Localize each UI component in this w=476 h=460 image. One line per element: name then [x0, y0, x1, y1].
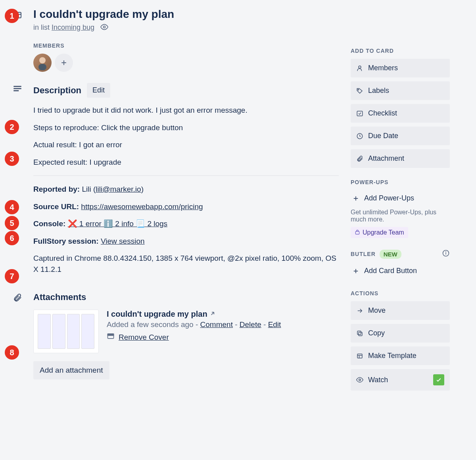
- actions-label: ACTIONS: [351, 290, 450, 296]
- watch-icon: [100, 23, 108, 33]
- member-avatar[interactable]: [33, 54, 52, 72]
- info-icon[interactable]: [442, 249, 450, 259]
- attachment-thumbnail[interactable]: [33, 310, 99, 353]
- captured-info: Captured in Chrome 88.0.4324.150, 1385 x…: [33, 253, 339, 275]
- list-link[interactable]: Incoming bug: [52, 23, 94, 31]
- svg-point-29: [359, 379, 361, 381]
- fullstory-row: FullStory session: View session: [33, 236, 339, 247]
- description-line: Actual result: I got an error: [33, 139, 339, 150]
- svg-point-13: [358, 89, 359, 90]
- add-card-button-link[interactable]: Add Card Button: [351, 263, 450, 279]
- annotation-3: 3: [5, 152, 19, 166]
- annotation-4: 4: [5, 200, 19, 214]
- svg-point-2: [104, 26, 106, 28]
- add-to-card-label: ADD TO CARD: [351, 48, 450, 54]
- watch-check-icon: [433, 374, 444, 385]
- svg-point-3: [39, 57, 46, 64]
- move-button[interactable]: Move: [351, 301, 450, 320]
- svg-rect-18: [355, 231, 359, 234]
- description-line: Steps to reproduce: Click the upgrade bu…: [33, 122, 339, 133]
- description-line: Expected result: I upgrade: [33, 157, 339, 168]
- attachment-item[interactable]: I couldn't upgrade my plan Added a few s…: [33, 310, 339, 353]
- add-attachment-button[interactable]: Add an attachment: [33, 361, 109, 379]
- sidebar-checklist-button[interactable]: Checklist: [351, 104, 450, 123]
- make-template-button[interactable]: Make Template: [351, 346, 450, 365]
- svg-rect-14: [357, 111, 363, 116]
- powerups-note: Get unlimited Power-Ups, plus much more.: [351, 209, 450, 223]
- description-heading: Description: [33, 85, 81, 96]
- attachment-icon: [13, 293, 22, 379]
- fullstory-link[interactable]: View session: [101, 237, 145, 245]
- attachment-comment[interactable]: Comment: [200, 320, 233, 329]
- remove-cover-link[interactable]: Remove Cover: [119, 333, 169, 342]
- reported-by: Reported by: Lili (lili@marker.io): [33, 184, 339, 195]
- svg-rect-4: [38, 64, 46, 70]
- butler-label: BUTLER: [351, 251, 376, 257]
- cover-icon: [107, 332, 115, 342]
- annotation-8: 8: [5, 345, 19, 360]
- sidebar-attachment-button[interactable]: Attachment: [351, 149, 450, 168]
- annotation-2: 2: [5, 120, 19, 134]
- copy-button[interactable]: Copy: [351, 324, 450, 343]
- reporter-email-link[interactable]: lili@marker.io: [96, 185, 141, 193]
- svg-rect-24: [359, 332, 362, 336]
- annotation-6: 6: [5, 231, 19, 245]
- card-list-location: in list Incoming bug: [33, 23, 174, 33]
- watch-button[interactable]: Watch: [351, 369, 450, 391]
- source-url-link[interactable]: https://awesomewebapp.com/pricing: [81, 202, 203, 211]
- add-powerups-link[interactable]: Add Power-Ups: [351, 190, 450, 206]
- annotation-7: 7: [5, 269, 19, 283]
- members-label: MEMBERS: [33, 42, 339, 49]
- console-link[interactable]: ❌ 1 error ℹ️ 2 info 📃 2 logs: [68, 219, 168, 228]
- svg-rect-26: [357, 354, 362, 358]
- new-badge: NEW: [380, 250, 401, 259]
- annotation-1: 1: [5, 9, 19, 23]
- svg-point-21: [446, 252, 446, 252]
- svg-rect-8: [13, 88, 21, 89]
- annotation-5: 5: [5, 216, 19, 230]
- powerups-label: POWER-UPS: [351, 179, 450, 185]
- attachment-edit[interactable]: Edit: [268, 320, 281, 329]
- sidebar-members-button[interactable]: Members: [351, 59, 450, 77]
- attachment-delete[interactable]: Delete: [240, 320, 261, 329]
- svg-rect-11: [108, 334, 114, 336]
- card-title: I couldn't upgrade my plan: [33, 8, 174, 21]
- svg-rect-7: [13, 86, 21, 87]
- edit-description-button[interactable]: Edit: [87, 83, 110, 98]
- description-line: I tried to upgrade but it did not work. …: [33, 105, 339, 116]
- description-icon: [12, 84, 23, 281]
- svg-rect-9: [13, 90, 19, 91]
- sidebar-duedate-button[interactable]: Due Date: [351, 127, 450, 145]
- add-member-button[interactable]: [55, 54, 73, 72]
- attachments-heading: Attachments: [33, 292, 339, 302]
- svg-rect-25: [357, 331, 361, 335]
- attachment-added: Added a few seconds ago: [107, 320, 194, 329]
- console-summary: Console: ❌ 1 error ℹ️ 2 info 📃 2 logs: [33, 218, 339, 229]
- attachment-title: I couldn't upgrade my plan: [107, 310, 207, 318]
- source-url: Source URL: https://awesomewebapp.com/pr…: [33, 201, 339, 212]
- svg-point-12: [359, 66, 361, 68]
- upgrade-team-button[interactable]: Upgrade Team: [351, 227, 408, 238]
- external-link-icon: [209, 310, 216, 318]
- sidebar-labels-button[interactable]: Labels: [351, 81, 450, 100]
